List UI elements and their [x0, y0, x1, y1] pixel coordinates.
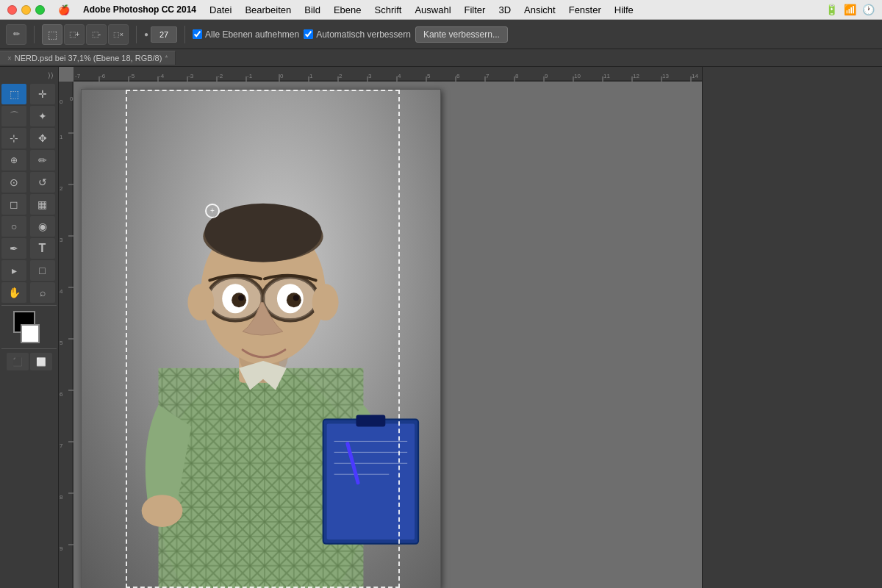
- svg-text:-1: -1: [247, 73, 253, 79]
- svg-text:2: 2: [60, 185, 63, 192]
- svg-rect-101: [356, 415, 385, 427]
- vertical-ruler: 0 0 1 2 3 4 5 6 7 8 9: [59, 82, 74, 588]
- menu-bild[interactable]: Bild: [298, 3, 326, 17]
- svg-point-90: [293, 295, 299, 301]
- hand-tool[interactable]: ✋: [1, 282, 26, 303]
- menu-fenster[interactable]: Fenster: [563, 3, 607, 17]
- text-tool[interactable]: T: [30, 238, 55, 259]
- mode-icons: ⬛ ⬜: [7, 353, 52, 370]
- menu-bearbeiten[interactable]: Bearbeiten: [239, 3, 297, 17]
- refine-edge-button[interactable]: Kante verbessern...: [415, 26, 508, 43]
- svg-text:9: 9: [545, 73, 548, 79]
- tab-close-icon[interactable]: ×: [7, 54, 12, 62]
- svg-point-79: [204, 204, 321, 262]
- menu-auswahl[interactable]: Auswahl: [409, 3, 456, 17]
- options-bar: ✏ ⬚ ⬚+ ⬚- ⬚× ● Alle Ebenen aufnehmen Aut…: [0, 20, 882, 49]
- svg-text:5: 5: [427, 73, 431, 79]
- quick-mask-button[interactable]: ⬛: [7, 353, 29, 370]
- quick-selection-tool[interactable]: ✦: [30, 106, 55, 126]
- pen-tool[interactable]: ✒: [1, 238, 26, 259]
- shape-tool[interactable]: □: [30, 260, 55, 281]
- document-tab[interactable]: × NERD.psd bei 37,1% (Ebene 18, RGB/8) *: [0, 51, 176, 65]
- eraser-tool[interactable]: ◻: [1, 194, 26, 215]
- gradient-tool[interactable]: ▦: [30, 194, 55, 215]
- brush-size-input[interactable]: [151, 26, 177, 43]
- marquee-tool[interactable]: ⬚: [1, 84, 26, 104]
- blur-tool[interactable]: ◉: [30, 216, 55, 237]
- menu-photoshop[interactable]: Adobe Photoshop CC 2014: [77, 3, 202, 16]
- healing-tool[interactable]: ⊕: [1, 150, 26, 171]
- window-controls: [0, 5, 52, 15]
- svg-text:4: 4: [60, 288, 63, 295]
- color-picker-area: [1, 311, 57, 343]
- eyedropper-tool[interactable]: ✥: [30, 128, 55, 148]
- auto-enhance-checkbox-label[interactable]: Automatisch verbessern: [304, 29, 411, 40]
- brush-preset-icon: ✏: [13, 29, 20, 39]
- subtract-selection-button[interactable]: ⬚-: [86, 24, 107, 45]
- menu-schrift[interactable]: Schrift: [369, 3, 408, 17]
- document-canvas[interactable]: +: [81, 89, 441, 588]
- clock-icon: 🕐: [862, 4, 875, 15]
- menu-hilfe[interactable]: Hilfe: [609, 3, 639, 17]
- auto-enhance-checkbox[interactable]: [304, 29, 313, 39]
- add-selection-button[interactable]: ⬚+: [64, 24, 85, 45]
- move-tool[interactable]: ✛: [30, 84, 55, 104]
- history-brush-tool[interactable]: ↺: [30, 172, 55, 193]
- all-layers-checkbox[interactable]: [193, 29, 202, 39]
- svg-point-89: [238, 295, 244, 301]
- battery-icon: 🔋: [825, 4, 838, 15]
- dodge-tool[interactable]: ○: [1, 216, 26, 237]
- stamp-tool[interactable]: ⊙: [1, 172, 26, 193]
- svg-text:-5: -5: [129, 73, 135, 79]
- menu-3d[interactable]: 3D: [492, 3, 517, 17]
- new-selection-button[interactable]: ⬚: [42, 24, 62, 45]
- path-select-tool[interactable]: ▸: [1, 260, 26, 281]
- background-color[interactable]: [21, 324, 40, 343]
- svg-text:12: 12: [633, 73, 639, 79]
- menu-filter[interactable]: Filter: [459, 3, 492, 17]
- tool-preset-button[interactable]: ✏: [6, 24, 26, 45]
- menu-apple[interactable]: 🍎: [52, 3, 76, 17]
- svg-text:7: 7: [486, 73, 490, 79]
- menu-bar: 🍎 Adobe Photoshop CC 2014 Datei Bearbeit…: [0, 0, 882, 20]
- intersect-selection-button[interactable]: ⬚×: [108, 24, 129, 45]
- all-layers-label: Alle Ebenen aufnehmen: [205, 29, 299, 40]
- close-button[interactable]: [7, 5, 17, 15]
- canvas-area[interactable]: -7 -6 -5 -4 -3 -2 -1 0 1 2 3: [59, 67, 702, 588]
- brush-tool[interactable]: ✏: [30, 150, 55, 171]
- menu-ansicht[interactable]: Ansicht: [518, 3, 562, 17]
- svg-text:6: 6: [456, 73, 460, 79]
- menu-ebene[interactable]: Ebene: [328, 3, 368, 17]
- svg-text:4: 4: [398, 73, 401, 79]
- tool-panel: ⟩⟩ ⬚ ✛ ⌒ ✦ ⊹ ✥ ⊕ ✏ ⊙ ↺ ◻ ▦ ○ ◉ ✒ T: [0, 67, 59, 588]
- svg-text:-7: -7: [75, 73, 81, 79]
- panel-collapse-button[interactable]: ⟩⟩: [48, 71, 54, 79]
- separator-1: [34, 26, 35, 43]
- separator-2: [136, 26, 137, 43]
- subtract-selection-icon: ⬚-: [92, 30, 101, 38]
- svg-point-91: [187, 284, 214, 320]
- crop-tool[interactable]: ⊹: [1, 128, 26, 148]
- color-swatches: [13, 311, 46, 343]
- svg-text:2: 2: [339, 73, 343, 79]
- maximize-button[interactable]: [35, 5, 45, 15]
- lasso-tool[interactable]: ⌒: [1, 106, 26, 126]
- menu-datei[interactable]: Datei: [204, 3, 237, 17]
- svg-text:-6: -6: [100, 73, 106, 79]
- svg-text:3: 3: [368, 73, 372, 79]
- tool-preset-group: ✏: [6, 24, 26, 45]
- wifi-icon: 📶: [844, 4, 856, 15]
- minimize-button[interactable]: [21, 5, 31, 15]
- size-box: ●: [144, 26, 177, 43]
- canvas-container[interactable]: +: [74, 82, 702, 588]
- screen-mode-button[interactable]: ⬜: [30, 353, 52, 370]
- size-label: ●: [144, 30, 148, 38]
- tab-bar: × NERD.psd bei 37,1% (Ebene 18, RGB/8) *: [0, 49, 882, 67]
- all-layers-checkbox-label[interactable]: Alle Ebenen aufnehmen: [193, 29, 299, 40]
- svg-text:-4: -4: [159, 73, 165, 79]
- menu-items: 🍎 Adobe Photoshop CC 2014 Datei Bearbeit…: [52, 3, 825, 17]
- zoom-tool[interactable]: ⌕: [30, 282, 55, 303]
- tool-separator: [1, 305, 57, 306]
- svg-text:-2: -2: [218, 73, 223, 79]
- tab-filename: NERD.psd bei 37,1% (Ebene 18, RGB/8): [15, 54, 162, 62]
